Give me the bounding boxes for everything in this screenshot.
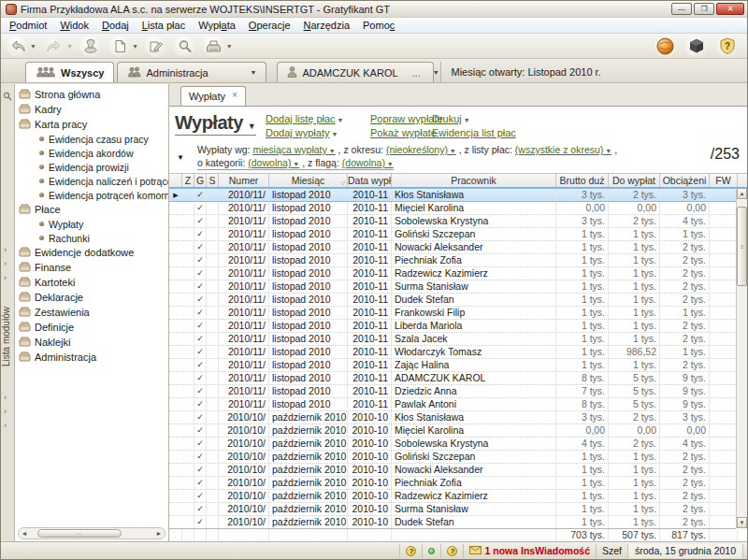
sidebar-subitem-ewidencja-akordów[interactable]: Ewidencja akordów [15, 146, 168, 160]
column-header-brutto-duż[interactable]: Brutto duż [556, 174, 609, 187]
sidebar-item-definicje[interactable]: Definicje [15, 320, 168, 335]
chevron-down-icon[interactable]: ▼ [433, 69, 439, 76]
sidebar-item-finanse[interactable]: Finanse [15, 260, 168, 275]
sidebar-item-karta-pracy[interactable]: Karta pracy [15, 117, 168, 132]
scroll-left-icon[interactable]: ◄ [19, 530, 30, 537]
new-document-button[interactable]: ▼ [108, 35, 138, 57]
sidebar-subitem-ewidencja-naliczeń-i-potrąceń[interactable]: Ewidencja naliczeń i potrąceń [15, 174, 168, 188]
sidebar-item-kadry[interactable]: Kadry [15, 102, 168, 117]
close-button[interactable]: ✕ [716, 3, 744, 15]
scroll-up-icon[interactable]: ▲ [737, 188, 747, 199]
column-header-g[interactable]: G [194, 174, 207, 187]
stamp-button[interactable] [79, 35, 102, 57]
chevron-right-icon[interactable]: › [4, 407, 7, 416]
vertical-scrollbar[interactable]: ▲ ≡ ▼ [736, 188, 747, 528]
sidebar-subitem-rachunki[interactable]: Rachunki [15, 231, 168, 245]
horizontal-scrollbar[interactable]: ◄ ⋯ ► [18, 527, 165, 539]
status-help-2[interactable]: ? [440, 544, 463, 558]
minimize-button[interactable]: — [671, 3, 692, 15]
menu-wypłata[interactable]: Wypłata [192, 19, 242, 32]
table-row[interactable]: ✓2010/11/listopad 20102010-11Włodarczyk … [169, 346, 736, 359]
pin-icon[interactable] [3, 88, 12, 105]
table-row[interactable]: ✓2010/10/październik 20102010-10Goliński… [169, 451, 736, 464]
sidebar-item-naklejki[interactable]: Naklejki [15, 335, 168, 350]
cube-icon[interactable] [685, 36, 707, 57]
chevron-right-icon[interactable]: › [4, 245, 7, 254]
table-row[interactable]: ✓2010/10/październik 20102010-10Kłos Sta… [169, 411, 736, 424]
table-row[interactable]: ✓2010/11/listopad 20102010-11Szala Jacek… [169, 333, 736, 346]
filter-collapse-icon[interactable]: ▼ [177, 153, 184, 162]
sidebar-subitem-wypłaty[interactable]: Wypłaty [15, 217, 168, 231]
table-row[interactable]: ✓2010/11/listopad 20102010-11Liberda Mar… [169, 320, 736, 333]
chevron-down-icon[interactable]: ▼ [132, 43, 138, 50]
insert-sphere-icon[interactable] [654, 36, 676, 57]
table-row[interactable]: ✓2010/11/listopad 20102010-11Dudek Stefa… [169, 294, 736, 307]
status-connection[interactable] [422, 544, 440, 558]
column-header-obciążeni[interactable]: Obciążeni [660, 174, 710, 187]
table-row[interactable]: ✓2010/10/październik 20102010-10Nowacki … [169, 464, 736, 477]
print-button[interactable]: ▼ [203, 35, 233, 57]
table-row[interactable]: ✓2010/11/listopad 20102010-11Zając Halin… [169, 359, 736, 372]
sidebar-item-place[interactable]: Płace [15, 202, 168, 217]
tab-administracja[interactable]: Administracja ▼ [117, 62, 266, 82]
table-row[interactable]: ✓2010/11/listopad 20102010-11Frankowski … [169, 307, 736, 320]
table-row[interactable]: ✓2010/10/październik 20102010-10Radzewic… [169, 490, 736, 503]
scroll-down-icon[interactable]: ▼ [737, 517, 747, 528]
search-button[interactable] [174, 35, 196, 57]
filter-link[interactable]: miesiąca wypłaty ▼ [252, 144, 335, 155]
table-row[interactable]: ✓2010/11/listopad 20102010-11Pawlak Anto… [169, 398, 736, 411]
scrollbar-thumb[interactable]: ≡ [737, 207, 747, 286]
close-tab-icon[interactable]: × [232, 90, 237, 100]
column-header-numer[interactable]: Numer [219, 174, 269, 187]
sidebar-item-zestawienia[interactable]: Zestawienia [15, 305, 168, 320]
filter-link[interactable]: (wszystkie z okresu) ▼ [515, 144, 611, 155]
table-row[interactable]: ✓2010/11/listopad 20102010-11Piechniak Z… [169, 254, 736, 267]
chevron-right-icon[interactable]: › [4, 259, 7, 268]
status-message[interactable]: 1 nowa InsWiadomość [463, 544, 596, 558]
chevron-down-icon[interactable]: ▼ [226, 43, 233, 50]
chevron-down-icon[interactable]: ▼ [251, 69, 257, 76]
column-header-miesiąc[interactable]: Miesiąc▽ [269, 174, 348, 187]
tab-wszyscy[interactable]: Wszyscy [25, 62, 114, 82]
sidebar-item-kartoteki[interactable]: Kartoteki [15, 275, 168, 290]
table-row[interactable]: ✓2010/11/listopad 20102010-11Mięciel Kar… [169, 202, 736, 215]
column-header-do-wypłat[interactable]: Do wypłat [609, 174, 660, 187]
sidebar-item-ewidencje-dodatkowe[interactable]: Ewidencje dodatkowe [15, 245, 168, 260]
menu-dodaj[interactable]: Dodaj [95, 19, 136, 32]
table-row[interactable]: ✓2010/10/październik 20102010-10Surma St… [169, 503, 736, 516]
table-row[interactable]: ✓2010/11/listopad 20102010-11ADAMCZUK KA… [169, 372, 736, 385]
chevron-right-icon[interactable]: › [4, 421, 7, 430]
menu-widok[interactable]: Widok [53, 19, 95, 32]
table-row[interactable]: ✓2010/11/listopad 20102010-11Goliński Sz… [169, 228, 736, 241]
table-row[interactable]: ✓2010/11/listopad 20102010-11Radzewicz K… [169, 267, 736, 280]
menu-podmiot[interactable]: Podmiot [3, 19, 53, 32]
table-row[interactable]: ✓2010/11/listopad 20102010-11Nowacki Ale… [169, 241, 736, 254]
table-row[interactable]: ✓2010/11/listopad 20102010-11Surma Stani… [169, 280, 736, 294]
table-row[interactable]: ✓2010/10/październik 20102010-10Piechnia… [169, 477, 736, 490]
sidebar-item-administracja[interactable]: Administracja [15, 350, 168, 365]
tab-wyplaty[interactable]: Wypłaty × [180, 86, 246, 106]
menu-operacje[interactable]: Operacje [242, 19, 297, 32]
filter-link[interactable]: (dowolna) ▼ [342, 157, 394, 168]
tab-employee[interactable]: ADAMCZUK KAROL ... ▼ [277, 62, 434, 82]
sidebar-item-strona-glowna[interactable]: Strona główna [15, 87, 168, 102]
menu-lista-płac[interactable]: Lista płac [136, 19, 192, 32]
action-link-dodaj-listę-płac[interactable]: Dodaj listę płac ▼ [266, 113, 344, 124]
column-header-z[interactable]: Z [182, 174, 194, 187]
menu-pomoc[interactable]: Pomoc [356, 19, 401, 32]
sidebar-item-deklaracje[interactable]: Deklaracje [15, 290, 168, 305]
filter-link[interactable]: (nieokreślony) ▼ [386, 144, 456, 155]
scroll-right-icon[interactable]: ► [153, 530, 165, 537]
chevron-right-icon[interactable]: › [4, 393, 7, 402]
table-row[interactable]: ✓2010/10/październik 20102010-10Dudek St… [169, 516, 736, 528]
filter-link[interactable]: (dowolna) ▼ [248, 157, 299, 168]
sidebar-subitem-ewidencja-czasu-pracy[interactable]: Ewidencja czasu pracy [15, 132, 168, 146]
help-shield-icon[interactable]: ? [716, 36, 738, 57]
table-row[interactable]: ✓2010/11/listopad 20102010-11Dziedzic An… [169, 385, 736, 398]
edit-button[interactable] [145, 35, 167, 57]
sidebar-subitem-ewidencja-prowizji[interactable]: Ewidencja prowizji [15, 160, 168, 174]
page-title[interactable]: Wypłaty ▼ [175, 112, 256, 136]
column-header-s[interactable]: S [207, 174, 219, 187]
chevron-down-icon[interactable]: ▼ [30, 43, 36, 50]
sidebar-subitem-ewidencja-potrąceń-komorni[interactable]: Ewidencja potrąceń komorni [15, 188, 168, 202]
